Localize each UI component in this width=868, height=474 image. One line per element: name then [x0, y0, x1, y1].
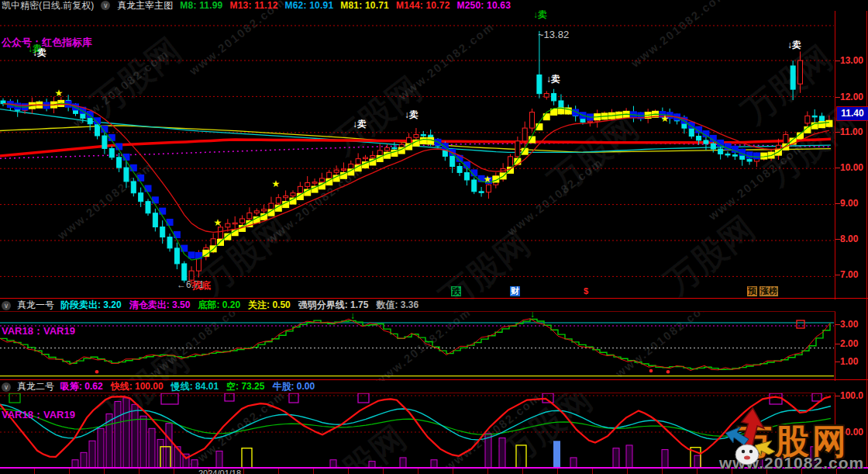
date-label: 2024/01/18 [198, 469, 241, 474]
price-axis-label: 9.00 [840, 198, 868, 209]
find-bottom-label: 找底 [192, 279, 211, 292]
price-axis-label: 11.00 [840, 126, 868, 137]
ma-value-label: M81: 10.71 [340, 0, 389, 11]
panel3-var-label: VAR18：VAR19 [2, 408, 75, 422]
panel3-header-divider [0, 393, 835, 393]
panel2-var-label: VAR18：VAR19 [2, 324, 75, 338]
quick-badge[interactable]: 预 [747, 286, 757, 296]
star-marker: ★ [55, 88, 64, 99]
price-axis-label: 7.00 [840, 269, 868, 280]
panel2-name: 真龙一号 [17, 299, 54, 311]
down-arrow-marker: ↓ [350, 310, 355, 321]
sell-signal-label: ↓卖 [546, 73, 560, 86]
quick-badge[interactable]: 跌 [451, 286, 461, 296]
panel3-param: 牛股: 0.00 [272, 381, 315, 393]
panel3-axis-label: 100.0 [840, 390, 868, 401]
panel2-param: 强弱分界线: 1.75 [298, 299, 369, 311]
sell-signal-label: ↓卖 [353, 118, 367, 131]
price-axis-label: 12.00 [840, 92, 868, 102]
panel2-axis-label: 3.00 [840, 319, 868, 330]
axis-tick [835, 203, 840, 204]
axis-tick [835, 362, 840, 362]
title-bar: 凯中精密(日线.前复权) ∨ 真龙主宰主图 M8: 11.99M13: 11.1… [0, 0, 868, 11]
panel2-param: 数值: 3.36 [376, 299, 418, 311]
axis-tick [835, 61, 840, 61]
ma-value-label: M250: 10.63 [457, 0, 512, 11]
panel2-top-border [0, 298, 868, 299]
axis-tick [835, 324, 840, 325]
panel3-param: 空: 73.25 [226, 381, 264, 393]
star-marker: ★ [484, 174, 492, 185]
panel2-axis-label: 1.00 [840, 356, 868, 367]
quick-badge[interactable]: 涨榜 [760, 286, 778, 296]
axis-tick [835, 396, 840, 396]
main-indicator-name: 真龙主宰主图 [117, 0, 173, 11]
ma-value-label: M62: 10.91 [285, 0, 334, 11]
chart-canvas[interactable]: ★★★★★↓↓ [0, 11, 835, 469]
axis-tick [835, 239, 840, 240]
panel3-header: ∨ 真龙二号 吸筹: 0.62快线: 100.00慢线: 84.01空: 73.… [0, 381, 837, 393]
panel2-param: 关注: 0.50 [248, 299, 291, 311]
panel2-param: 阶段卖出: 3.20 [60, 299, 122, 311]
axis-tick [835, 97, 840, 98]
price-axis-label: 10.00 [840, 162, 868, 173]
panel2-header: ∨ 真龙一号 阶段卖出: 3.20清仓卖出: 3.50底部: 0.20关注: 0… [0, 299, 837, 311]
stock-app-window: 凯中精密(日线.前复权) ∨ 真龙主宰主图 M8: 11.99M13: 11.1… [0, 0, 868, 474]
axis-tick [835, 344, 840, 344]
axis-tick [835, 275, 840, 275]
axis-left-border [835, 11, 835, 469]
star-marker: ★ [272, 178, 281, 189]
panel3-params: 吸筹: 0.62快线: 100.00慢线: 84.01空: 73.25牛股: 0… [60, 381, 315, 393]
panel3-top-border [0, 379, 868, 380]
ma-value-label: M8: 11.99 [180, 0, 222, 11]
current-price-tag: 11.40 [836, 106, 868, 121]
panel2-params: 阶段卖出: 3.20清仓卖出: 3.50底部: 0.20关注: 0.50强弱分界… [60, 299, 418, 311]
panel3-param: 慢线: 84.01 [171, 381, 219, 393]
ma-value-label: M144: 10.72 [396, 0, 450, 11]
panel3-param: 吸筹: 0.62 [60, 381, 103, 393]
mascot-logo [715, 407, 781, 469]
stock-title: 凯中精密(日线.前复权) [2, 0, 94, 11]
panel3-name: 真龙二号 [17, 381, 54, 393]
axis-tick [835, 132, 840, 133]
star-marker: ★ [661, 113, 670, 124]
quick-badge[interactable]: 财 [510, 286, 520, 296]
quick-badge[interactable]: $ [583, 286, 589, 296]
panel2-param: 清仓卖出: 3.50 [129, 299, 191, 311]
chevron-down-icon[interactable]: ∨ [2, 382, 11, 392]
star-marker: ★ [214, 217, 222, 228]
axis-tick [835, 168, 840, 168]
ma-value-label: M13: 11.12 [230, 0, 278, 11]
sell-signal-label: ↓卖 [405, 109, 418, 122]
public-account-label: 公众号：红色指标库 [2, 36, 92, 50]
ma-values: M8: 11.99M13: 11.12M62: 10.91M81: 10.71M… [180, 0, 511, 11]
panel2-axis-label: 2.00 [840, 338, 868, 349]
spike-price-label: ~13.82 [538, 29, 569, 40]
chevron-down-icon[interactable]: ∨ [101, 1, 110, 10]
panel2-param: 底部: 0.20 [198, 299, 240, 311]
panel2-header-divider [0, 311, 835, 312]
panel3-param: 快线: 100.00 [111, 381, 164, 393]
sell-signal-label: ↓卖 [33, 47, 46, 60]
sell-signal-label: ↓卖 [787, 39, 801, 52]
price-axis-label: 13.00 [840, 55, 868, 66]
price-axis-label: 8.00 [840, 234, 868, 244]
chevron-down-icon[interactable]: ∨ [2, 301, 11, 310]
